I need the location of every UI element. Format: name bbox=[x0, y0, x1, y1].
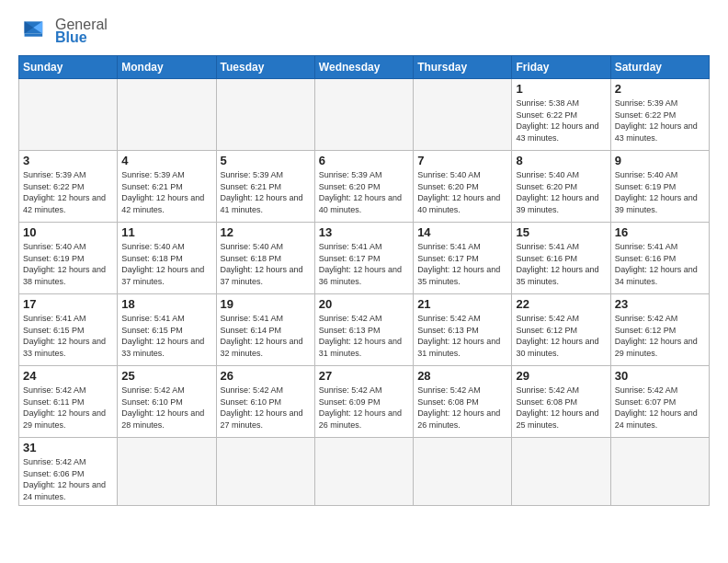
day-info: Sunrise: 5:41 AM Sunset: 6:17 PM Dayligh… bbox=[417, 241, 507, 287]
day-info: Sunrise: 5:41 AM Sunset: 6:14 PM Dayligh… bbox=[221, 313, 311, 359]
day-info: Sunrise: 5:42 AM Sunset: 6:08 PM Dayligh… bbox=[516, 385, 606, 431]
day-cell: 22Sunrise: 5:42 AM Sunset: 6:12 PM Dayli… bbox=[512, 294, 610, 366]
day-info: Sunrise: 5:41 AM Sunset: 6:17 PM Dayligh… bbox=[319, 241, 409, 287]
day-info: Sunrise: 5:40 AM Sunset: 6:18 PM Dayligh… bbox=[121, 241, 211, 287]
day-cell: 8Sunrise: 5:40 AM Sunset: 6:20 PM Daylig… bbox=[512, 151, 610, 223]
week-row-3: 17Sunrise: 5:41 AM Sunset: 6:15 PM Dayli… bbox=[19, 294, 710, 366]
day-info: Sunrise: 5:42 AM Sunset: 6:12 PM Dayligh… bbox=[615, 313, 705, 359]
day-cell: 12Sunrise: 5:40 AM Sunset: 6:18 PM Dayli… bbox=[216, 223, 314, 294]
day-number: 29 bbox=[516, 369, 606, 383]
day-cell bbox=[314, 438, 413, 506]
day-cell bbox=[216, 438, 314, 506]
day-cell: 15Sunrise: 5:41 AM Sunset: 6:16 PM Dayli… bbox=[512, 223, 610, 294]
day-cell: 6Sunrise: 5:39 AM Sunset: 6:20 PM Daylig… bbox=[314, 151, 413, 223]
day-number: 7 bbox=[417, 154, 507, 167]
day-cell: 5Sunrise: 5:39 AM Sunset: 6:21 PM Daylig… bbox=[216, 151, 314, 223]
day-cell: 11Sunrise: 5:40 AM Sunset: 6:18 PM Dayli… bbox=[118, 223, 216, 294]
day-number: 13 bbox=[319, 225, 409, 239]
day-number: 6 bbox=[319, 154, 409, 167]
day-number: 5 bbox=[221, 154, 311, 167]
day-info: Sunrise: 5:42 AM Sunset: 6:10 PM Dayligh… bbox=[221, 385, 311, 431]
day-cell: 29Sunrise: 5:42 AM Sunset: 6:08 PM Dayli… bbox=[512, 366, 610, 438]
day-number: 19 bbox=[221, 297, 311, 311]
week-row-5: 31Sunrise: 5:42 AM Sunset: 6:06 PM Dayli… bbox=[19, 438, 710, 506]
day-cell bbox=[512, 438, 610, 506]
day-info: Sunrise: 5:39 AM Sunset: 6:20 PM Dayligh… bbox=[319, 169, 409, 215]
day-info: Sunrise: 5:41 AM Sunset: 6:16 PM Dayligh… bbox=[615, 241, 705, 287]
day-info: Sunrise: 5:42 AM Sunset: 6:08 PM Dayligh… bbox=[417, 385, 507, 431]
day-cell: 13Sunrise: 5:41 AM Sunset: 6:17 PM Dayli… bbox=[314, 223, 413, 294]
day-number: 24 bbox=[23, 369, 113, 383]
day-cell bbox=[216, 79, 314, 151]
day-cell: 18Sunrise: 5:41 AM Sunset: 6:15 PM Dayli… bbox=[118, 294, 216, 366]
day-number: 3 bbox=[23, 154, 113, 167]
weekday-header-monday: Monday bbox=[118, 56, 216, 79]
day-number: 17 bbox=[23, 297, 113, 311]
weekday-header-sunday: Sunday bbox=[19, 56, 118, 79]
day-info: Sunrise: 5:41 AM Sunset: 6:15 PM Dayligh… bbox=[23, 313, 113, 359]
day-number: 20 bbox=[319, 297, 409, 311]
week-row-1: 3Sunrise: 5:39 AM Sunset: 6:22 PM Daylig… bbox=[19, 151, 710, 223]
day-number: 15 bbox=[516, 225, 606, 239]
day-info: Sunrise: 5:40 AM Sunset: 6:20 PM Dayligh… bbox=[516, 169, 606, 215]
day-info: Sunrise: 5:39 AM Sunset: 6:21 PM Dayligh… bbox=[121, 169, 211, 215]
day-cell bbox=[118, 79, 216, 151]
day-cell bbox=[19, 79, 118, 151]
day-cell: 3Sunrise: 5:39 AM Sunset: 6:22 PM Daylig… bbox=[19, 151, 118, 223]
day-cell: 7Sunrise: 5:40 AM Sunset: 6:20 PM Daylig… bbox=[414, 151, 512, 223]
day-cell: 1Sunrise: 5:38 AM Sunset: 6:22 PM Daylig… bbox=[512, 79, 610, 151]
logo: General Blue bbox=[18, 17, 108, 46]
day-cell: 16Sunrise: 5:41 AM Sunset: 6:16 PM Dayli… bbox=[610, 223, 709, 294]
day-cell bbox=[414, 79, 512, 151]
day-number: 25 bbox=[121, 369, 211, 383]
header: General Blue bbox=[18, 17, 710, 46]
day-cell bbox=[414, 438, 512, 506]
day-number: 16 bbox=[615, 225, 705, 239]
day-cell: 20Sunrise: 5:42 AM Sunset: 6:13 PM Dayli… bbox=[314, 294, 413, 366]
weekday-header-thursday: Thursday bbox=[414, 56, 512, 79]
weekday-header-friday: Friday bbox=[512, 56, 610, 79]
day-info: Sunrise: 5:40 AM Sunset: 6:20 PM Dayligh… bbox=[417, 169, 507, 215]
calendar-table: SundayMondayTuesdayWednesdayThursdayFrid… bbox=[18, 55, 710, 506]
day-cell: 30Sunrise: 5:42 AM Sunset: 6:07 PM Dayli… bbox=[610, 366, 709, 438]
day-cell: 25Sunrise: 5:42 AM Sunset: 6:10 PM Dayli… bbox=[118, 366, 216, 438]
day-info: Sunrise: 5:42 AM Sunset: 6:06 PM Dayligh… bbox=[23, 456, 113, 502]
week-row-0: 1Sunrise: 5:38 AM Sunset: 6:22 PM Daylig… bbox=[19, 79, 710, 151]
weekday-header-wednesday: Wednesday bbox=[314, 56, 413, 79]
day-cell: 10Sunrise: 5:40 AM Sunset: 6:19 PM Dayli… bbox=[19, 223, 118, 294]
day-info: Sunrise: 5:42 AM Sunset: 6:09 PM Dayligh… bbox=[319, 385, 409, 431]
header-row: SundayMondayTuesdayWednesdayThursdayFrid… bbox=[19, 56, 710, 79]
weekday-header-saturday: Saturday bbox=[610, 56, 709, 79]
weekday-header-tuesday: Tuesday bbox=[216, 56, 314, 79]
day-info: Sunrise: 5:42 AM Sunset: 6:10 PM Dayligh… bbox=[121, 385, 211, 431]
day-number: 12 bbox=[221, 225, 311, 239]
day-info: Sunrise: 5:42 AM Sunset: 6:07 PM Dayligh… bbox=[615, 385, 705, 431]
day-info: Sunrise: 5:38 AM Sunset: 6:22 PM Dayligh… bbox=[516, 98, 606, 144]
week-row-2: 10Sunrise: 5:40 AM Sunset: 6:19 PM Dayli… bbox=[19, 223, 710, 294]
day-number: 27 bbox=[319, 369, 409, 383]
day-cell: 23Sunrise: 5:42 AM Sunset: 6:12 PM Dayli… bbox=[610, 294, 709, 366]
svg-rect-4 bbox=[25, 33, 43, 36]
day-info: Sunrise: 5:42 AM Sunset: 6:11 PM Dayligh… bbox=[23, 385, 113, 431]
day-cell: 26Sunrise: 5:42 AM Sunset: 6:10 PM Dayli… bbox=[216, 366, 314, 438]
day-cell: 28Sunrise: 5:42 AM Sunset: 6:08 PM Dayli… bbox=[414, 366, 512, 438]
day-cell bbox=[118, 438, 216, 506]
day-number: 14 bbox=[417, 225, 507, 239]
day-number: 30 bbox=[615, 369, 705, 383]
day-number: 26 bbox=[221, 369, 311, 383]
page: General Blue SundayMondayTuesdayWednesda… bbox=[0, 0, 728, 515]
day-info: Sunrise: 5:42 AM Sunset: 6:12 PM Dayligh… bbox=[516, 313, 606, 359]
day-cell: 21Sunrise: 5:42 AM Sunset: 6:13 PM Dayli… bbox=[414, 294, 512, 366]
day-cell: 14Sunrise: 5:41 AM Sunset: 6:17 PM Dayli… bbox=[414, 223, 512, 294]
day-number: 11 bbox=[121, 225, 211, 239]
day-info: Sunrise: 5:39 AM Sunset: 6:21 PM Dayligh… bbox=[221, 169, 311, 215]
day-number: 2 bbox=[615, 82, 705, 96]
day-info: Sunrise: 5:41 AM Sunset: 6:16 PM Dayligh… bbox=[516, 241, 606, 287]
day-number: 10 bbox=[23, 225, 113, 239]
day-info: Sunrise: 5:41 AM Sunset: 6:15 PM Dayligh… bbox=[121, 313, 211, 359]
day-number: 23 bbox=[615, 297, 705, 311]
day-cell: 24Sunrise: 5:42 AM Sunset: 6:11 PM Dayli… bbox=[19, 366, 118, 438]
day-number: 18 bbox=[121, 297, 211, 311]
day-cell bbox=[610, 438, 709, 506]
day-cell: 19Sunrise: 5:41 AM Sunset: 6:14 PM Dayli… bbox=[216, 294, 314, 366]
